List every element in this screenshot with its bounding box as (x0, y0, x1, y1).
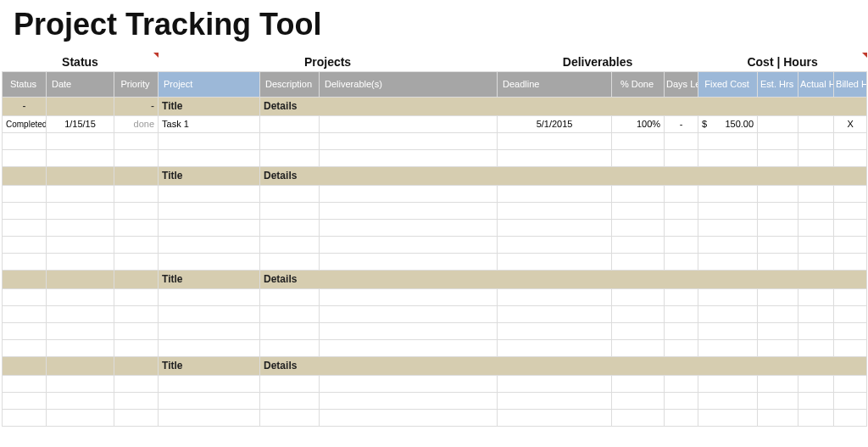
col-esthrs[interactable]: Est. Hrs (758, 71, 798, 97)
fixedcost-value: 150.00 (725, 119, 754, 129)
col-billedhrs[interactable]: Billed Hrs (834, 71, 867, 97)
col-deliverables[interactable]: Deliverable(s) (320, 71, 498, 97)
section-title-label: Title (159, 356, 260, 375)
section-details-label: Details (260, 356, 867, 375)
cell-deadline[interactable]: 5/1/2015 (498, 115, 612, 132)
section-details-label: Details (260, 97, 867, 115)
col-fixedcost[interactable]: Fixed Cost (698, 71, 758, 97)
section-details-label: Details (260, 166, 867, 185)
table-row[interactable] (3, 185, 867, 202)
table-row[interactable]: Completed 1/15/15 done Task 1 5/1/2015 1… (3, 115, 867, 132)
table-row[interactable] (3, 392, 867, 409)
group-header-status: Status (3, 53, 159, 71)
section-blank (47, 97, 114, 115)
col-deadline[interactable]: Deadline (498, 71, 612, 97)
cell-project[interactable]: Task 1 (159, 115, 260, 132)
cell-pctdone[interactable]: 100% (612, 115, 665, 132)
table-row[interactable] (3, 132, 867, 149)
table-row[interactable] (3, 409, 867, 426)
section-header: Title Details (3, 270, 867, 288)
col-description[interactable]: Description (260, 71, 320, 97)
cell-daysleft[interactable]: - (665, 115, 698, 132)
section-header: Title Details (3, 166, 867, 185)
table-row[interactable] (3, 305, 867, 322)
table-row[interactable] (3, 236, 867, 253)
table-row[interactable] (3, 149, 867, 166)
cell-date[interactable]: 1/15/15 (47, 115, 114, 132)
table-row[interactable] (3, 253, 867, 270)
cell-priority[interactable]: done (114, 115, 159, 132)
group-header-row: Status Projects Deliverables Cost | Hour… (3, 53, 867, 71)
fixedcost-currency: $ (702, 119, 707, 129)
table-row[interactable] (3, 339, 867, 356)
group-header-projects: Projects (159, 53, 498, 71)
cell-billedhrs[interactable]: X (834, 115, 867, 132)
cell-status[interactable]: Completed (3, 115, 47, 132)
col-date[interactable]: Date (47, 71, 114, 97)
col-pctdone[interactable]: % Done (612, 71, 665, 97)
cell-description[interactable] (260, 115, 320, 132)
page-title: Project Tracking Tool (0, 0, 868, 53)
cell-actualhrs[interactable] (798, 115, 834, 132)
project-tracking-table: Status Projects Deliverables Cost | Hour… (2, 53, 867, 427)
group-header-costhours: Cost | Hours (698, 53, 867, 71)
group-header-deliverables: Deliverables (498, 53, 698, 71)
col-project[interactable]: Project (159, 71, 260, 97)
col-status[interactable]: Status (3, 71, 47, 97)
cell-fixedcost[interactable]: $ 150.00 (698, 115, 758, 132)
cell-deliverables[interactable] (320, 115, 498, 132)
col-actualhrs[interactable]: Actual Hrs (798, 71, 834, 97)
cell-esthrs[interactable] (758, 115, 798, 132)
section-priority-dash: - (114, 97, 159, 115)
section-title-label: Title (159, 97, 260, 115)
section-title-label: Title (159, 166, 260, 185)
col-priority[interactable]: Priority (114, 71, 159, 97)
section-header: - - Title Details (3, 97, 867, 115)
table-row[interactable] (3, 322, 867, 339)
table-row[interactable] (3, 288, 867, 305)
table-row[interactable] (3, 219, 867, 236)
section-status-dash: - (3, 97, 47, 115)
column-header-row: Status Date Priority Project Description… (3, 71, 867, 97)
table-row[interactable] (3, 202, 867, 219)
section-details-label: Details (260, 270, 867, 288)
table-row[interactable] (3, 375, 867, 392)
section-header: Title Details (3, 356, 867, 375)
section-title-label: Title (159, 270, 260, 288)
col-daysleft[interactable]: Days Left (665, 71, 698, 97)
